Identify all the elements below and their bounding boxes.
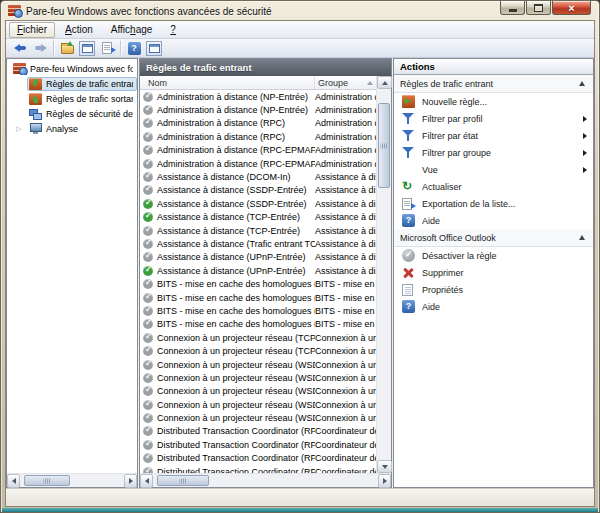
close-button[interactable]: × bbox=[552, 1, 591, 15]
rule-row[interactable]: Assistance à distance (DCOM-In)Assistanc… bbox=[140, 170, 376, 183]
scroll-down-button[interactable] bbox=[377, 460, 392, 473]
rule-row[interactable]: BITS - mise en cache des homologues (C..… bbox=[140, 277, 376, 290]
action-item-label: Exportation de la liste... bbox=[422, 199, 587, 209]
action-item-exportation-de-la-liste[interactable]: Exportation de la liste... bbox=[394, 195, 593, 212]
rule-row[interactable]: Assistance à distance (SSDP-Entrée)Assis… bbox=[140, 197, 376, 210]
rule-row[interactable]: Assistance à distance (Trafic entrant TC… bbox=[140, 237, 376, 250]
column-header-nom[interactable]: Nom bbox=[140, 76, 315, 89]
tree-item-regles-de-securite-de-conne[interactable]: Règles de sécurité de conne bbox=[7, 106, 137, 121]
scroll-up-button[interactable] bbox=[377, 76, 392, 89]
rule-group-cell: Connexion à un p bbox=[315, 333, 376, 343]
rule-row[interactable]: Administration à distance (NP-Entrée)Adm… bbox=[140, 90, 376, 103]
tree-item-regles-de-trafic-sortant[interactable]: Règles de trafic sortant bbox=[7, 91, 137, 106]
back-button[interactable] bbox=[11, 40, 29, 57]
rule-row[interactable]: Assistance à distance (SSDP-Entrée)Assis… bbox=[140, 184, 376, 197]
scroll-thumb[interactable] bbox=[24, 475, 70, 486]
collapse-arrow-icon[interactable] bbox=[579, 81, 585, 86]
show-console-tree-button[interactable] bbox=[78, 40, 96, 57]
scroll-right-button[interactable] bbox=[124, 474, 137, 488]
column-header-row: Nom Groupe bbox=[140, 76, 376, 90]
minimize-button[interactable] bbox=[500, 1, 525, 15]
rule-row[interactable]: Distributed Transaction Coordinator (RPC… bbox=[140, 438, 376, 451]
rule-row[interactable]: Connexion à un projecteur réseau (TCP-E.… bbox=[140, 331, 376, 344]
action-item-supprimer[interactable]: Supprimer bbox=[394, 264, 593, 281]
action-item-nouvelle-regle[interactable]: Nouvelle règle... bbox=[394, 93, 593, 110]
rule-row[interactable]: BITS - mise en cache des homologues (R..… bbox=[140, 304, 376, 317]
action-item-vue[interactable]: Vue bbox=[394, 161, 593, 178]
rule-row[interactable]: Administration à distance (NP-Entrée)Adm… bbox=[140, 103, 376, 116]
tree-children: Règles de trafic entrantRègles de trafic… bbox=[7, 76, 137, 136]
rule-row[interactable]: Administration à distance (RPC-EPMAP)Adm… bbox=[140, 157, 376, 170]
collapse-arrow-icon[interactable] bbox=[579, 235, 585, 240]
rule-row[interactable]: Assistance à distance (TCP-Entrée)Assist… bbox=[140, 224, 376, 237]
scroll-left-button[interactable] bbox=[7, 474, 20, 488]
rule-name-cell: Connexion à un projecteur réseau (WSD ..… bbox=[157, 400, 315, 410]
rule-row[interactable]: Administration à distance (RPC)Administr… bbox=[140, 130, 376, 143]
rule-row[interactable]: Connexion à un projecteur réseau (WSD ..… bbox=[140, 358, 376, 371]
scroll-track[interactable] bbox=[20, 474, 124, 487]
console-tree-panel: Pare-feu Windows avec fonctio Règles de … bbox=[6, 58, 138, 488]
action-item-filtrer-par-profil[interactable]: Filtrer par profil bbox=[394, 110, 593, 127]
main-area: Pare-feu Windows avec fonctio Règles de … bbox=[6, 58, 594, 488]
menu-item-affichage[interactable]: Affichage bbox=[103, 22, 161, 38]
maximize-button[interactable] bbox=[526, 1, 551, 15]
scroll-left-button[interactable] bbox=[140, 474, 153, 488]
rule-row[interactable]: BITS - mise en cache des homologues (...… bbox=[140, 318, 376, 331]
rules-list: Administration à distance (NP-Entrée)Adm… bbox=[140, 90, 376, 473]
triangle-left-icon bbox=[145, 478, 149, 484]
help-button[interactable] bbox=[125, 40, 143, 57]
rule-row[interactable]: Administration à distance (RPC)Administr… bbox=[140, 117, 376, 130]
rule-row[interactable]: Distributed Transaction Coordinator (RP.… bbox=[140, 452, 376, 465]
rule-name-cell: Administration à distance (NP-Entrée) bbox=[157, 92, 315, 102]
tree-item-regles-de-trafic-entrant[interactable]: Règles de trafic entrant bbox=[7, 76, 137, 91]
tree-root-firewall[interactable]: Pare-feu Windows avec fonctio bbox=[7, 61, 137, 76]
rule-name-cell: Assistance à distance (SSDP-Entrée) bbox=[157, 185, 315, 195]
expander-icon[interactable]: ▷ bbox=[11, 121, 27, 136]
rule-group-cell: Administration dis bbox=[315, 145, 376, 155]
menu-item-fichier[interactable]: Fichier bbox=[9, 22, 55, 38]
tree-item-analyse[interactable]: ▷Analyse bbox=[7, 121, 137, 136]
action-item-filtrer-par-groupe[interactable]: Filtrer par groupe bbox=[394, 144, 593, 161]
rule-row[interactable]: Administration à distance (RPC-EPMAP)Adm… bbox=[140, 144, 376, 157]
scroll-right-button[interactable] bbox=[378, 474, 391, 488]
rule-row[interactable]: Assistance à distance (TCP-Entrée)Assist… bbox=[140, 211, 376, 224]
scroll-thumb[interactable] bbox=[378, 103, 390, 188]
tree-item-label: Règles de sécurité de conne bbox=[46, 109, 133, 119]
scroll-track[interactable] bbox=[377, 89, 391, 460]
action-section-title: Règles de trafic entrant bbox=[400, 79, 579, 89]
rule-group-cell: Connexion à un p bbox=[315, 413, 376, 423]
forward-button[interactable] bbox=[31, 40, 49, 57]
column-header-groupe[interactable]: Groupe bbox=[315, 76, 376, 89]
rule-name-cell: Distributed Transaction Coordinator (RPC… bbox=[157, 440, 315, 450]
rule-row[interactable]: Assistance à distance (UPnP-Entrée)Assis… bbox=[140, 251, 376, 264]
up-one-level-button[interactable] bbox=[58, 40, 76, 57]
action-section-microsoft-office-outlook[interactable]: Microsoft Office Outlook bbox=[394, 229, 593, 247]
action-item-label: Aide bbox=[422, 302, 587, 312]
action-item-filtrer-par-etat[interactable]: Filtrer par état bbox=[394, 127, 593, 144]
list-vertical-scrollbar[interactable] bbox=[376, 76, 391, 473]
tree-horizontal-scrollbar[interactable] bbox=[7, 473, 137, 487]
scroll-track[interactable] bbox=[153, 474, 378, 487]
action-section-regles-de-trafic-entrant[interactable]: Règles de trafic entrant bbox=[394, 75, 593, 93]
menu-item-help[interactable]: ? bbox=[162, 22, 184, 38]
action-item-actualiser[interactable]: Actualiser bbox=[394, 178, 593, 195]
rule-row[interactable]: Connexion à un projecteur réseau (WSD ..… bbox=[140, 371, 376, 384]
rule-row[interactable]: Connexion à un projecteur réseau (WSD-..… bbox=[140, 411, 376, 424]
rule-row[interactable]: Distributed Transaction Coordinator (RPC… bbox=[140, 425, 376, 438]
show-action-pane-button[interactable] bbox=[145, 40, 163, 57]
rule-row[interactable]: Connexion à un projecteur réseau (WSD ..… bbox=[140, 398, 376, 411]
rule-row[interactable]: Distributed Transaction Coordinator (RP.… bbox=[140, 465, 376, 473]
action-item-aide[interactable]: Aide bbox=[394, 298, 593, 315]
rule-row[interactable]: BITS - mise en cache des homologues (R..… bbox=[140, 291, 376, 304]
rule-row[interactable]: Connexion à un projecteur réseau (TCP-E.… bbox=[140, 344, 376, 357]
action-item-proprietes[interactable]: Propriétés bbox=[394, 281, 593, 298]
toolbar bbox=[6, 39, 594, 58]
rule-row[interactable]: Connexion à un projecteur réseau (WSD ..… bbox=[140, 385, 376, 398]
menu-item-action[interactable]: Action bbox=[57, 22, 101, 38]
scroll-thumb[interactable] bbox=[157, 475, 209, 486]
action-item-aide[interactable]: Aide bbox=[394, 212, 593, 229]
export-list-button[interactable] bbox=[98, 40, 116, 57]
rule-row[interactable]: Assistance à distance (UPnP-Entrée)Assis… bbox=[140, 264, 376, 277]
list-horizontal-scrollbar[interactable] bbox=[140, 473, 391, 487]
action-item-desactiver-la-regle[interactable]: Désactiver la règle bbox=[394, 247, 593, 264]
